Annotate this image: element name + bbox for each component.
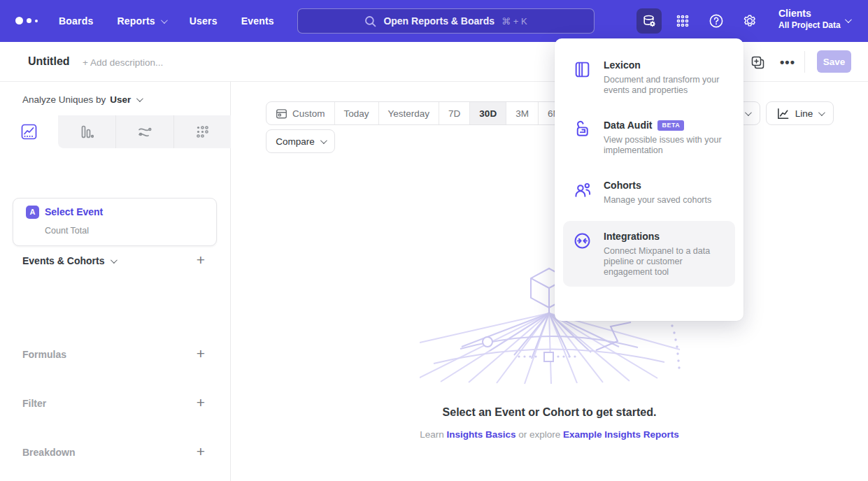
- menu-item-title: Lexicon: [604, 59, 641, 71]
- empty-state-middle: or explore: [515, 429, 563, 440]
- example-insights-reports-link[interactable]: Example Insights Reports: [563, 429, 679, 440]
- menu-item-cohorts[interactable]: Cohorts Manage your saved cohorts: [563, 170, 735, 215]
- date-range-3m[interactable]: 3M: [506, 102, 538, 124]
- date-range-yesterday[interactable]: Yesterday: [378, 102, 439, 124]
- select-event-card[interactable]: A Select Event Count Total: [13, 198, 217, 246]
- data-management-icon[interactable]: [636, 8, 662, 34]
- analyze-prefix: Analyze Uniques by: [22, 94, 106, 105]
- events-cohorts-section-header[interactable]: Events & Cohorts: [22, 255, 115, 266]
- save-button[interactable]: Save: [817, 50, 851, 73]
- report-description-placeholder[interactable]: + Add description...: [83, 57, 163, 68]
- beta-badge: BETA: [657, 120, 684, 131]
- add-filter-button[interactable]: +: [193, 396, 208, 411]
- tab-metrics-grid[interactable]: [173, 115, 232, 148]
- top-nav: Boards Reports Users Events Open Reports…: [0, 0, 868, 42]
- empty-state-title: Select an Event or Cohort to get started…: [231, 406, 868, 419]
- compare-label: Compare: [276, 136, 315, 147]
- project-selector[interactable]: Clients All Project Data: [778, 8, 841, 30]
- menu-item-title: Data Audit: [604, 120, 652, 131]
- filter-section-header[interactable]: Filter: [22, 398, 46, 409]
- menu-item-description: Document and transform your events and p…: [604, 75, 724, 96]
- integrations-icon: [573, 230, 592, 278]
- duplicate-icon[interactable]: [748, 53, 767, 71]
- chevron-down-icon: [111, 257, 118, 264]
- chart-type-button[interactable]: Line: [766, 101, 834, 125]
- settings-gear-icon[interactable]: [737, 8, 762, 34]
- formulas-section-header[interactable]: Formulas: [22, 349, 66, 360]
- menu-item-title: Cohorts: [604, 180, 641, 191]
- empty-state-prefix: Learn: [420, 429, 446, 440]
- apps-grid-icon[interactable]: [670, 8, 695, 34]
- tab-insights-line[interactable]: [0, 115, 58, 148]
- header-divider: [804, 51, 805, 73]
- empty-state: Select an Event or Cohort to get started…: [231, 406, 868, 440]
- nav-menu: Boards Reports Users Events: [59, 0, 274, 42]
- menu-item-data-audit[interactable]: Data AuditBETA View possible issues with…: [563, 110, 735, 165]
- menu-item-description: Connect Mixpanel to a data pipeline or c…: [604, 246, 724, 278]
- lexicon-book-icon: [573, 59, 592, 96]
- nav-item-events[interactable]: Events: [241, 15, 274, 27]
- nav-item-boards[interactable]: Boards: [59, 15, 93, 27]
- menu-item-title: Integrations: [604, 231, 660, 242]
- date-range-custom[interactable]: Custom: [266, 102, 334, 124]
- date-range-today[interactable]: Today: [334, 102, 378, 124]
- line-chart-icon: [776, 107, 790, 120]
- nav-item-reports[interactable]: Reports: [117, 15, 165, 27]
- chevron-down-icon: [161, 17, 168, 24]
- search-shortcut: ⌘ + K: [501, 16, 527, 27]
- query-sidebar: Analyze Uniques by User: [0, 82, 231, 481]
- compare-button[interactable]: Compare: [266, 129, 335, 153]
- breakdown-section-header[interactable]: Breakdown: [22, 447, 75, 458]
- menu-item-description: View possible issues with your implement…: [604, 135, 724, 156]
- tab-flow[interactable]: [115, 115, 173, 148]
- search-icon: [364, 15, 376, 27]
- insights-basics-link[interactable]: Insights Basics: [446, 429, 515, 440]
- analyze-value: User: [110, 94, 131, 105]
- chevron-down-icon: [845, 16, 852, 23]
- help-icon[interactable]: [704, 8, 729, 34]
- mixpanel-logo[interactable]: [15, 17, 38, 24]
- menu-item-lexicon[interactable]: Lexicon Document and transform your even…: [563, 50, 735, 105]
- data-management-dropdown: Lexicon Document and transform your even…: [555, 38, 744, 321]
- tab-bar-chart[interactable]: [58, 115, 116, 148]
- chevron-down-icon: [745, 109, 752, 116]
- chevron-down-icon: [818, 109, 825, 116]
- nav-item-users[interactable]: Users: [190, 15, 218, 27]
- report-title[interactable]: Untitled: [28, 55, 70, 68]
- add-formula-button[interactable]: +: [193, 347, 208, 362]
- search-input[interactable]: Open Reports & Boards ⌘ + K: [297, 8, 595, 34]
- search-placeholder: Open Reports & Boards: [383, 15, 495, 27]
- event-letter-badge: A: [26, 206, 39, 219]
- add-event-button[interactable]: +: [193, 253, 208, 268]
- count-total-label[interactable]: Count Total: [45, 226, 89, 236]
- project-scope: All Project Data: [778, 20, 841, 30]
- menu-item-integrations[interactable]: Integrations Connect Mixpanel to a data …: [563, 221, 735, 287]
- visualization-tabs: [0, 115, 231, 148]
- date-range-30d[interactable]: 30D: [469, 102, 506, 124]
- cohorts-icon: [573, 179, 592, 206]
- calendar-icon: [276, 108, 287, 120]
- select-event-label[interactable]: Select Event: [45, 206, 103, 217]
- add-breakdown-button[interactable]: +: [193, 445, 208, 460]
- chart-type-label: Line: [795, 108, 813, 119]
- chevron-down-icon: [320, 137, 327, 144]
- data-audit-icon: [573, 119, 592, 156]
- analyze-uniques-selector[interactable]: Analyze Uniques by User: [22, 94, 141, 105]
- menu-item-description: Manage your saved cohorts: [604, 195, 724, 206]
- date-range-7d[interactable]: 7D: [439, 102, 469, 124]
- chevron-down-icon: [136, 95, 143, 102]
- project-name: Clients: [778, 8, 841, 19]
- more-options-icon[interactable]: •••: [778, 53, 797, 71]
